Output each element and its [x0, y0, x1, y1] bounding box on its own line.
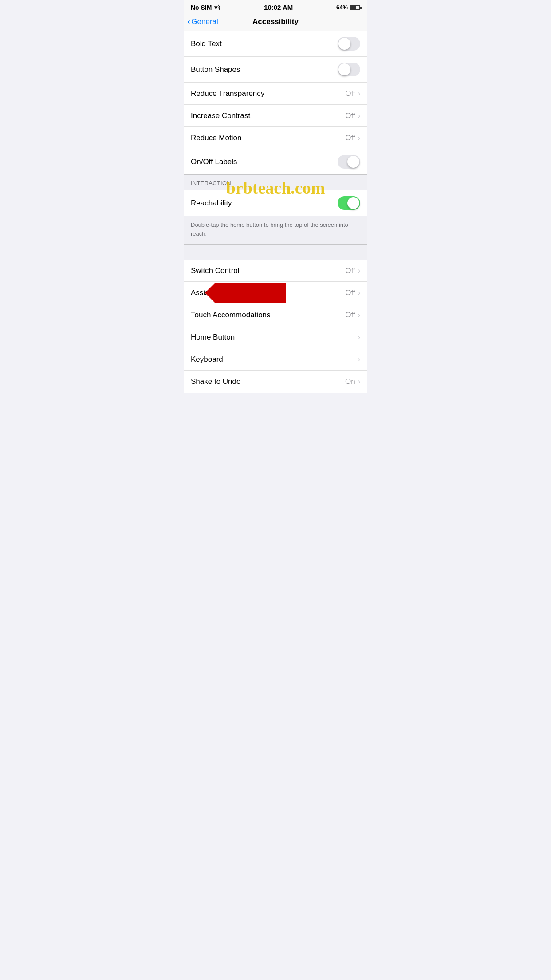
back-label: General [191, 17, 218, 26]
battery-fill [350, 6, 356, 9]
wifi-icon: ▾⌇ [214, 4, 220, 11]
reachability-toggle[interactable] [338, 196, 360, 210]
reduce-transparency-value: Off [345, 89, 355, 98]
touch-accommodations-right: Off › [345, 311, 360, 320]
carrier-label: No SIM [191, 4, 212, 11]
battery-icon-container [350, 5, 360, 10]
increase-contrast-value: Off [345, 111, 355, 120]
red-arrow-icon [215, 283, 286, 303]
touch-accommodations-row[interactable]: Touch Accommodations Off › [184, 304, 367, 326]
reachability-section: Reachability [184, 190, 367, 216]
shake-to-undo-row[interactable]: Shake to Undo On › [184, 371, 367, 393]
status-left: No SIM ▾⌇ [191, 4, 220, 11]
interaction-section-header: INTERACTION [184, 174, 367, 190]
on-off-labels-control[interactable] [338, 155, 360, 169]
reachability-toggle-thumb [347, 197, 359, 209]
on-off-labels-row[interactable]: On/Off Labels [184, 149, 367, 174]
reduce-transparency-control: Off › [345, 89, 360, 98]
nav-bar: ‹ General Accessibility [184, 13, 367, 31]
keyboard-label: Keyboard [191, 355, 223, 364]
home-button-row[interactable]: Home Button › [184, 326, 367, 348]
home-button-label: Home Button [191, 333, 235, 342]
battery-percent: 64% [336, 4, 348, 11]
assistive-touch-chevron-icon: › [358, 289, 360, 297]
back-button[interactable]: ‹ General [187, 17, 218, 27]
reachability-label: Reachability [191, 199, 232, 208]
assistive-touch-value: Off [345, 288, 355, 297]
home-button-right: › [358, 333, 360, 341]
reduce-transparency-row[interactable]: Reduce Transparency Off › [184, 83, 367, 105]
increase-contrast-control: Off › [345, 111, 360, 120]
reduce-transparency-chevron-icon: › [358, 90, 360, 98]
page-title: Accessibility [252, 17, 299, 26]
section-gap [184, 245, 367, 260]
touch-accommodations-chevron-icon: › [358, 311, 360, 319]
on-off-labels-toggle[interactable] [338, 155, 360, 169]
reduce-motion-row[interactable]: Reduce Motion Off › [184, 127, 367, 149]
keyboard-row[interactable]: Keyboard › [184, 348, 367, 371]
button-shapes-toggle-thumb [338, 63, 350, 75]
status-right: 64% [336, 4, 360, 11]
reduce-transparency-label: Reduce Transparency [191, 89, 264, 98]
reduce-motion-value: Off [345, 134, 355, 142]
button-shapes-toggle[interactable] [338, 63, 360, 76]
assistive-touch-right: Off › [345, 288, 360, 297]
touch-accommodations-value: Off [345, 311, 355, 320]
on-off-labels-toggle-thumb [347, 156, 359, 168]
switch-control-row[interactable]: Switch Control Off › [184, 260, 367, 282]
bold-text-row[interactable]: Bold Text [184, 31, 367, 57]
shake-to-undo-chevron-icon: › [358, 378, 360, 386]
on-off-labels-label: On/Off Labels [191, 158, 237, 166]
shake-to-undo-value: On [345, 377, 355, 386]
button-shapes-label: Button Shapes [191, 65, 240, 74]
shake-to-undo-right: On › [345, 377, 360, 386]
increase-contrast-label: Increase Contrast [191, 111, 250, 120]
home-button-chevron-icon: › [358, 333, 360, 341]
switch-control-chevron-icon: › [358, 267, 360, 275]
keyboard-right: › [358, 356, 360, 364]
interaction-section-2: Switch Control Off › AssistiveTouch Off … [184, 260, 367, 393]
switch-control-right: Off › [345, 266, 360, 275]
bold-text-toggle[interactable] [338, 37, 360, 51]
reduce-motion-control: Off › [345, 134, 360, 142]
bold-text-control[interactable] [338, 37, 360, 51]
assistive-touch-row[interactable]: AssistiveTouch Off › [184, 282, 367, 304]
switch-control-label: Switch Control [191, 266, 240, 275]
display-section: Bold Text Button Shapes Reduce Transpare… [184, 31, 367, 174]
red-arrow-container [215, 283, 286, 303]
battery-icon [350, 5, 360, 10]
bold-text-label: Bold Text [191, 40, 222, 48]
reachability-row[interactable]: Reachability [184, 190, 367, 216]
bold-text-toggle-thumb [338, 38, 350, 50]
increase-contrast-chevron-icon: › [358, 112, 360, 120]
reachability-control[interactable] [338, 196, 360, 210]
button-shapes-control[interactable] [338, 63, 360, 76]
shake-to-undo-label: Shake to Undo [191, 377, 240, 386]
reachability-note: Double-tap the home button to bring the … [184, 216, 367, 245]
reduce-motion-label: Reduce Motion [191, 134, 241, 142]
increase-contrast-row[interactable]: Increase Contrast Off › [184, 105, 367, 127]
keyboard-chevron-icon: › [358, 356, 360, 364]
reachability-note-text: Double-tap the home button to bring the … [191, 221, 348, 237]
reduce-motion-chevron-icon: › [358, 134, 360, 142]
interaction-label: INTERACTION [191, 180, 231, 186]
button-shapes-row[interactable]: Button Shapes [184, 57, 367, 83]
status-time: 10:02 AM [264, 4, 293, 11]
status-bar: No SIM ▾⌇ 10:02 AM 64% [184, 0, 367, 13]
switch-control-value: Off [345, 266, 355, 275]
touch-accommodations-label: Touch Accommodations [191, 311, 271, 320]
back-chevron-icon: ‹ [187, 17, 190, 27]
